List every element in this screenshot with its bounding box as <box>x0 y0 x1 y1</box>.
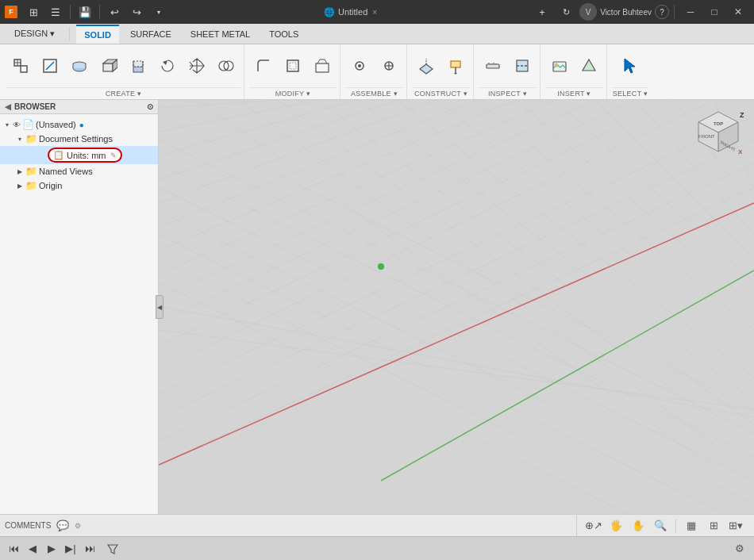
select-label: SELECT ▾ <box>612 87 648 98</box>
tree-item-named-views[interactable]: ▶ 📁 Named Views <box>0 164 158 178</box>
svg-rect-9 <box>133 67 143 72</box>
play-button[interactable]: ▶ <box>43 540 60 558</box>
folder-icon-views: 📁 <box>25 166 37 177</box>
insert-image-button[interactable] <box>545 48 574 83</box>
username: Victor Buhteev <box>600 8 652 17</box>
folder-icon-doc: 📁 <box>25 133 37 144</box>
viewport[interactable]: Z TOP RIGHT FRONT X <box>159 100 754 514</box>
tree-item-units[interactable]: 📋 Units: mm ✎ <box>0 146 158 164</box>
zoom-button[interactable]: 🔍 <box>652 517 669 535</box>
minimize-button[interactable]: ─ <box>679 1 702 23</box>
grid-menu-button[interactable]: ⊞ <box>23 2 44 22</box>
window-controls: ─ □ ✕ <box>679 1 749 23</box>
units-label: Units: mm <box>67 151 106 160</box>
revolve-button[interactable] <box>153 48 182 83</box>
select-button[interactable] <box>612 48 648 83</box>
close-button[interactable]: ✕ <box>727 1 749 23</box>
joint-button[interactable] <box>345 48 374 83</box>
maximize-button[interactable]: □ <box>703 1 725 23</box>
settings-button[interactable]: ⚙ <box>730 539 749 558</box>
browser-collapse-icon[interactable]: ◀ <box>5 102 11 111</box>
tree-item-root[interactable]: ▾ 👁 📄 (Unsaved) ● <box>0 117 158 132</box>
eye-icon: 👁 <box>13 121 21 129</box>
combine-button[interactable] <box>212 48 240 83</box>
update-button[interactable]: ↻ <box>556 2 576 22</box>
comments-section: COMMENTS 💬 ⚙ <box>5 515 577 536</box>
folder-icon-origin: 📁 <box>25 180 37 191</box>
construct-group: CONSTRUCT ▾ <box>409 44 474 99</box>
tree-item-origin[interactable]: ▶ 📁 Origin <box>0 178 158 193</box>
svg-point-39 <box>555 63 558 67</box>
timeline-filter-button[interactable] <box>103 539 122 558</box>
add-tab-button[interactable]: + <box>532 2 552 22</box>
next-button[interactable]: ▶| <box>62 540 79 558</box>
extrude-button[interactable] <box>124 48 152 83</box>
section-analysis-button[interactable] <box>508 48 537 83</box>
save-button[interactable]: 💾 <box>75 2 95 22</box>
svg-rect-15 <box>287 60 298 71</box>
new-component-button[interactable] <box>6 48 35 83</box>
svg-text:X: X <box>738 148 743 155</box>
grid-button[interactable]: ⊞ <box>705 517 722 535</box>
svg-text:FRONT: FRONT <box>698 134 715 139</box>
svg-point-85 <box>378 263 384 270</box>
app-logo: F <box>5 6 17 18</box>
assemble-group: ASSEMBLE ▾ <box>342 44 407 99</box>
user-avatar[interactable]: V <box>579 3 597 21</box>
svg-rect-42 <box>159 100 754 514</box>
create-form-button[interactable] <box>65 48 94 83</box>
view-cube-svg: Z TOP RIGHT FRONT X <box>691 108 746 163</box>
view-cube[interactable]: Z TOP RIGHT FRONT X <box>691 108 746 163</box>
browser-collapse-handle[interactable]: ◀ <box>156 295 163 319</box>
design-dropdown[interactable]: DESIGN ▾ <box>6 25 63 44</box>
move-button[interactable] <box>183 48 211 83</box>
modify-group: MODIFY ▾ <box>246 44 340 99</box>
display-mode-button[interactable]: ▦ <box>683 517 700 535</box>
draft-button[interactable] <box>308 48 337 83</box>
comment-add-button[interactable]: 💬 <box>54 517 71 535</box>
undo-dropdown-button[interactable]: ▾ <box>148 2 169 22</box>
tab-sheet-metal[interactable]: SHEET METAL <box>183 25 258 44</box>
view-options-button[interactable]: ⊞▾ <box>727 517 744 535</box>
tab-tools[interactable]: TOOLS <box>261 25 306 44</box>
orbit-button[interactable]: 🖐 <box>607 517 625 535</box>
go-to-start-button[interactable]: ⏮ <box>5 540 22 558</box>
app-menu-button[interactable]: ☰ <box>45 2 66 22</box>
comment-settings-icon[interactable]: ⚙ <box>75 522 81 530</box>
units-badge[interactable]: 📋 Units: mm ✎ <box>48 148 122 163</box>
box-button[interactable] <box>94 48 123 83</box>
assemble-label: ASSEMBLE ▾ <box>345 87 403 98</box>
browser-expand-icon[interactable]: ⊙ <box>147 102 153 111</box>
tab-solid[interactable]: SOLID <box>76 25 119 44</box>
shell-button[interactable] <box>279 48 307 83</box>
units-edit-icon[interactable]: ✎ <box>110 152 117 159</box>
fillet-button[interactable] <box>249 48 278 83</box>
go-to-end-button[interactable]: ⏭ <box>81 540 98 558</box>
undo-button[interactable]: ↩ <box>104 2 125 22</box>
previous-button[interactable]: ◀ <box>24 540 41 558</box>
pan-button[interactable]: ✋ <box>629 517 647 535</box>
browser-title: BROWSER <box>14 102 56 111</box>
tree-arrow-named-views: ▶ <box>16 167 24 175</box>
tree-arrow-root: ▾ <box>3 121 11 128</box>
insert-mesh-button[interactable] <box>575 48 603 83</box>
inspect-label: INSPECT ▾ <box>479 87 537 98</box>
as-built-joint-button[interactable] <box>375 48 403 83</box>
comments-label: COMMENTS <box>5 521 51 530</box>
tab-close-button[interactable]: × <box>372 8 377 17</box>
svg-marker-94 <box>108 545 117 554</box>
browser-panel: ◀ BROWSER ⊙ ▾ 👁 📄 (Unsaved) ● ▾ 📁 Docume… <box>0 100 159 514</box>
redo-button[interactable]: ↪ <box>126 2 147 22</box>
tree-arrow-doc-settings: ▾ <box>16 135 24 143</box>
user-controls: + ↻ V Victor Buhteev ? <box>532 2 669 22</box>
snap-button[interactable]: ⊕↗ <box>585 517 602 535</box>
axis-button[interactable] <box>441 48 470 83</box>
help-button[interactable]: ? <box>655 5 669 19</box>
sketch-button[interactable] <box>36 48 64 83</box>
tree-item-doc-settings[interactable]: ▾ 📁 Document Settings <box>0 132 158 146</box>
plane-button[interactable] <box>412 48 440 83</box>
measure-button[interactable] <box>479 48 507 83</box>
title-bar: F ⊞ ☰ 💾 ↩ ↪ ▾ 🌐 Untitled × + ↻ V Victor … <box>0 0 754 24</box>
svg-rect-31 <box>487 64 499 68</box>
tab-surface[interactable]: SURFACE <box>122 25 179 44</box>
